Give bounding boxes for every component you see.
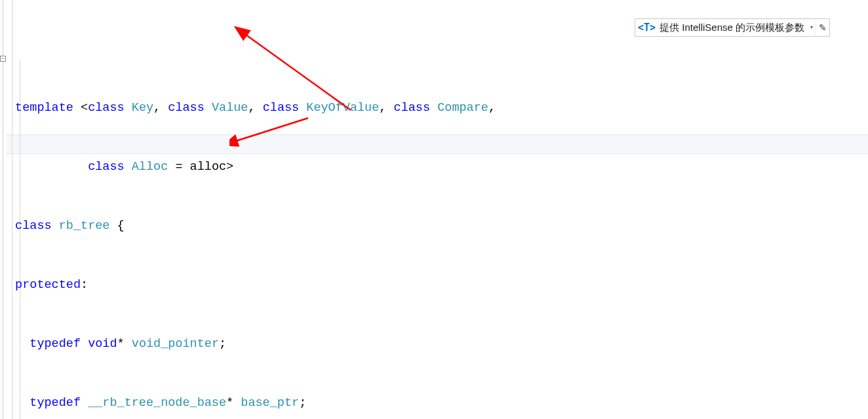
code-line: typedef __rb_tree_node_base* base_ptr;: [8, 393, 503, 413]
intellisense-tag: <T>: [635, 18, 660, 37]
code-line: class rb_tree {: [8, 216, 503, 236]
code-line: typedef void* void_pointer;: [8, 334, 503, 354]
intellisense-text: 提供 IntelliSense 的示例模板参数: [660, 18, 808, 37]
code-content: template <class Key, class Value, class …: [8, 0, 503, 419]
code-line: class Alloc = alloc>: [8, 157, 503, 177]
code-line: template <class Key, class Value, class …: [8, 98, 503, 118]
code-editor[interactable]: − template <class Key, class Value, clas…: [0, 0, 868, 419]
pencil-icon[interactable]: ✎: [815, 19, 829, 36]
gutter: −: [0, 0, 7, 419]
intellisense-template-bar[interactable]: <T> 提供 IntelliSense 的示例模板参数 ▾ ✎: [635, 18, 830, 37]
code-line: protected:: [8, 275, 503, 295]
dropdown-icon[interactable]: ▾: [808, 19, 815, 36]
fold-minus-icon[interactable]: −: [0, 56, 6, 62]
